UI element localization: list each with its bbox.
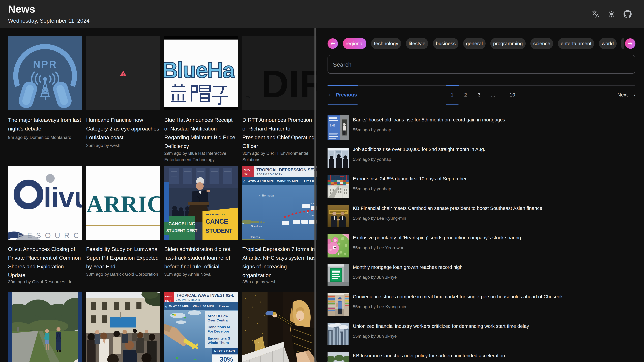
svg-text:NEXT 2 DAYS: NEXT 2 DAYS [214,350,235,353]
svg-text:STUDENT DEBT: STUDENT DEBT [166,228,198,233]
svg-text:g: WNW AT 18 MPH Wind: 35 MP: g: WNW AT 18 MPH Wind: 35 MPH Pressu [244,179,315,183]
svg-text:PRESIDENT JO: PRESIDENT JO [206,213,224,216]
svg-text:HER: HER [244,172,250,175]
svg-text:™: ™ [246,95,251,101]
svg-text:g: W AT 14 MPH Wind: 30 MPH: g: W AT 14 MPH Wind: 30 MPH Pressu [165,305,229,308]
svg-text:Encounters S: Encounters S [208,336,230,340]
svg-text:on: on [242,222,245,225]
svg-text:5:00 PM ADVISORY: 5:00 PM ADVISORY [256,173,282,176]
svg-text:For Developi: For Developi [208,329,229,333]
svg-text:San-Juan: San-Juan [251,225,262,228]
svg-text:BlueHa: BlueHa [164,58,235,82]
svg-text:Over Centra: Over Centra [208,318,228,322]
svg-text:RESOURC: RESOURC [18,231,82,240]
svg-text:2:00 PM ADVISORY: 2:00 PM ADVISORY [176,298,200,301]
svg-text:NING: NING [165,295,172,298]
svg-text:NPR: NPR [33,59,57,70]
svg-text:-5.42: -5.42 [329,124,336,127]
svg-text:ARRIC: ARRIC [86,191,160,217]
svg-text:Bermuda: Bermuda [262,194,274,197]
svg-text:livu: livu [44,182,82,213]
svg-text:CANCELING: CANCELING [168,221,196,226]
svg-text:STUDENT: STUDENT [206,228,232,234]
svg-text:TROPICAL DEPRESSION SEVE: TROPICAL DEPRESSION SEVE [256,168,316,172]
svg-text:TROPICAL WAVE INVEST 92-L: TROPICAL WAVE INVEST 92-L [176,293,234,298]
svg-text:NING: NING [244,168,250,171]
svg-text:30%: 30% [220,356,233,362]
svg-text:Area Of Low: Area Of Low [208,314,228,318]
svg-text:HER: HER [165,299,171,302]
svg-text:Conditions M: Conditions M [208,325,230,329]
svg-text:Caracas: Caracas [250,236,260,239]
svg-text:Winds Thurs: Winds Thurs [208,341,229,345]
svg-text:CANCE: CANCE [206,218,228,225]
svg-text:DIR: DIR [261,63,316,105]
